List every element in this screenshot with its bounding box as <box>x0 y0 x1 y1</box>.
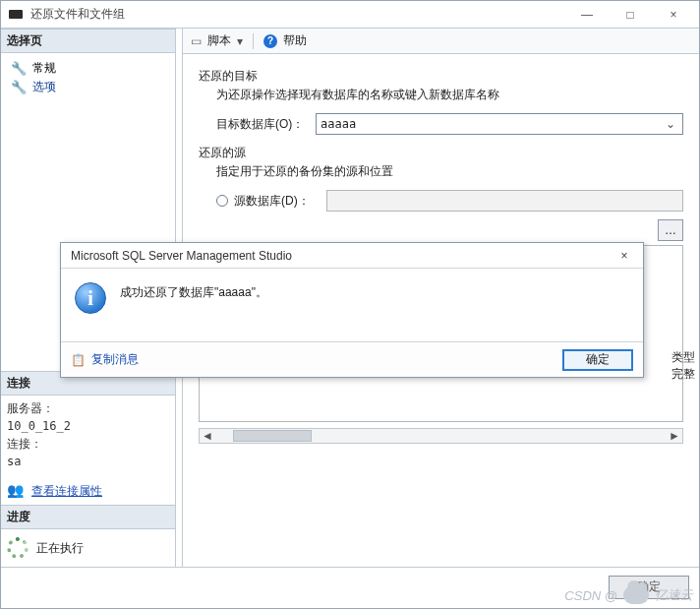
server-value: 10_0_16_2 <box>7 417 169 435</box>
window-title: 还原文件和文件组 <box>30 6 565 23</box>
conn-value: sa <box>7 453 169 470</box>
chevron-down-icon[interactable]: ⌄ <box>663 117 678 131</box>
horizontal-scrollbar[interactable]: ◄ ► <box>199 428 683 444</box>
message-dialog: Microsoft SQL Server Management Studio ×… <box>60 242 644 378</box>
wrench-icon: 🔧 <box>11 61 27 76</box>
toolbar-separator <box>253 33 254 49</box>
toolbar: ▭ 脚本 ▾ ? 帮助 <box>183 29 699 54</box>
browse-button[interactable]: … <box>658 219 683 241</box>
minimize-button[interactable]: — <box>565 1 609 29</box>
message-dialog-body: i 成功还原了数据库"aaaaa"。 <box>61 269 643 341</box>
target-db-label: 目标数据库(O)： <box>216 116 310 133</box>
restore-target-title: 还原的目标 <box>199 68 683 85</box>
connection-body: 服务器： 10_0_16_2 连接： sa 👥 查看连接属性 <box>1 396 175 505</box>
source-db-label: 源数据库(D)： <box>234 193 321 210</box>
restore-dialog-window: 还原文件和文件组 — □ × 选择页 🔧 常规 🔧 选项 <box>0 0 700 609</box>
scroll-left-arrow[interactable]: ◄ <box>200 429 215 443</box>
source-db-disabled-input <box>326 190 683 212</box>
info-icon: i <box>75 282 106 314</box>
script-icon: ▭ <box>191 34 202 48</box>
wrench-icon: 🔧 <box>11 80 27 94</box>
target-db-combo[interactable]: aaaaa ⌄ <box>316 113 683 135</box>
col-full-label: 完整 <box>671 366 695 383</box>
server-label: 服务器： <box>7 399 169 417</box>
sidebar-item-label: 常规 <box>32 60 56 77</box>
sidebar-item-options[interactable]: 🔧 选项 <box>5 78 171 96</box>
select-pages-section: 选择页 🔧 常规 🔧 选项 <box>1 29 175 102</box>
restore-source-subtitle: 指定用于还原的备份集的源和位置 <box>199 163 683 180</box>
spinner-icon <box>7 537 29 559</box>
progress-header: 进度 <box>1 505 175 529</box>
copy-icon: 📋 <box>71 353 86 367</box>
message-ok-button[interactable]: 确定 <box>562 349 633 371</box>
watermark-csdn: CSDN @ <box>564 588 617 603</box>
copy-message-link[interactable]: 📋 复制消息 <box>71 351 139 368</box>
watermark: CSDN @ 亿速云 <box>564 586 693 604</box>
restore-target-subtitle: 为还原操作选择现有数据库的名称或键入新数据库名称 <box>199 87 683 103</box>
maximize-button[interactable]: □ <box>609 1 652 29</box>
progress-text: 正在执行 <box>36 540 84 557</box>
help-icon: ? <box>263 34 277 48</box>
sidebar-item-label: 选项 <box>32 79 56 95</box>
message-dialog-title: Microsoft SQL Server Management Studio <box>71 249 612 263</box>
source-db-row: 源数据库(D)： <box>199 190 683 212</box>
cloud-icon <box>623 586 649 604</box>
source-db-radio[interactable] <box>216 195 228 207</box>
message-dialog-close-button[interactable]: × <box>612 246 637 266</box>
script-arrow[interactable]: ▾ <box>237 34 243 48</box>
progress-section: 进度 正在执行 <box>1 505 175 567</box>
restore-source-title: 还原的源 <box>199 145 683 161</box>
view-connection-properties-link[interactable]: 查看连接属性 <box>31 482 102 500</box>
message-text: 成功还原了数据库"aaaaa"。 <box>120 282 267 301</box>
col-type-label: 类型 <box>671 349 695 366</box>
target-db-value: aaaaa <box>321 117 663 131</box>
help-button[interactable]: 帮助 <box>283 32 307 49</box>
sidebar-item-general[interactable]: 🔧 常规 <box>5 59 171 78</box>
message-dialog-footer: 📋 复制消息 确定 <box>61 341 643 377</box>
scroll-thumb[interactable] <box>233 430 312 442</box>
titlebar: 还原文件和文件组 — □ × <box>1 1 699 29</box>
close-button[interactable]: × <box>652 1 695 29</box>
scroll-right-arrow[interactable]: ► <box>667 429 682 443</box>
app-icon <box>9 10 23 19</box>
target-db-row: 目标数据库(O)： aaaaa ⌄ <box>199 113 683 135</box>
select-pages-header: 选择页 <box>1 29 175 53</box>
connection-section: 连接 服务器： 10_0_16_2 连接： sa 👥 查看连接属性 <box>1 371 175 505</box>
people-icon: 👥 <box>7 480 24 501</box>
conn-label: 连接： <box>7 435 169 453</box>
message-dialog-titlebar: Microsoft SQL Server Management Studio × <box>61 243 643 269</box>
progress-body: 正在执行 <box>1 529 175 567</box>
copy-message-label: 复制消息 <box>91 351 139 368</box>
window-controls: — □ × <box>565 1 695 29</box>
script-button[interactable]: 脚本 <box>207 32 231 49</box>
right-tags: 类型 完整 <box>671 349 695 383</box>
watermark-brand: 亿速云 <box>655 586 693 604</box>
select-pages-body: 🔧 常规 🔧 选项 <box>1 53 175 102</box>
